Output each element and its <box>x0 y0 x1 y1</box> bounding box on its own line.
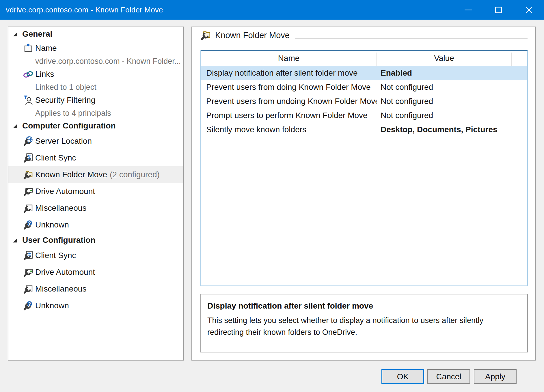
drive-automount-icon <box>23 267 33 277</box>
tree-section-label: Computer Configuration <box>22 121 116 130</box>
settings-table: Name Value Display notification after si… <box>200 50 528 286</box>
sidebar-item-sub: Linked to 1 object <box>8 81 183 93</box>
expander-icon[interactable] <box>13 124 17 128</box>
sidebar-item-label: Client Sync <box>35 251 76 260</box>
links-icon <box>23 69 33 79</box>
window-title: vdrive.corp.contoso.com - Known Folder M… <box>0 5 163 14</box>
setting-name: Prevent users from undoing Known Folder … <box>201 97 377 106</box>
sidebar-item-client-sync[interactable]: Client Sync <box>8 150 183 166</box>
sidebar-item-label: Security Filtering <box>35 96 96 105</box>
sidebar-item-client-sync[interactable]: Client Sync <box>8 247 183 264</box>
sidebar-item-label: Unknown <box>35 220 69 229</box>
sidebar-item-miscellaneous[interactable]: Miscellaneous <box>8 200 183 216</box>
setting-description-title: Display notification after silent folder… <box>207 301 519 311</box>
sidebar-item-name[interactable]: Name <box>8 41 183 55</box>
details-pane: Known Folder Move Name Value Display not… <box>191 27 536 361</box>
caption-buttons <box>453 0 544 20</box>
expander-icon[interactable] <box>13 238 17 242</box>
setting-row-display-notification-after-silent-folder-move[interactable]: Display notification after silent folder… <box>201 66 527 80</box>
pane-header: Known Folder Move <box>200 29 528 42</box>
sidebar-item-miscellaneous[interactable]: Miscellaneous <box>8 281 183 297</box>
drive-automount-icon <box>23 186 33 197</box>
sidebar-item-suffix: (2 configured) <box>110 170 160 179</box>
sidebar-item-drive-automount[interactable]: Drive Automount <box>8 183 183 200</box>
maximize-button[interactable] <box>483 0 514 20</box>
setting-name: Silently move known folders <box>201 125 377 134</box>
column-header-value[interactable]: Value <box>377 51 512 66</box>
sidebar-item-unknown[interactable]: ?Unknown <box>8 216 183 233</box>
expander-icon[interactable] <box>13 32 17 36</box>
title-bar: vdrive.corp.contoso.com - Known Folder M… <box>0 0 544 20</box>
known-folder-move-icon <box>200 30 211 41</box>
sidebar-item-label: Drive Automount <box>35 268 95 277</box>
sidebar-item-unknown[interactable]: ?Unknown <box>8 297 183 314</box>
setting-row-prevent-users-from-doing-known-folder-move[interactable]: Prevent users from doing Known Folder Mo… <box>201 80 527 94</box>
setting-row-prompt-users-to-perform-known-folder-move[interactable]: Prompt users to perform Known Folder Mov… <box>201 108 527 122</box>
sidebar-item-label: Unknown <box>35 301 69 310</box>
client-sync-icon <box>23 153 33 163</box>
setting-value: Not configured <box>377 83 433 92</box>
sidebar-item-security-filtering[interactable]: Security Filtering <box>8 93 183 107</box>
sidebar-item-label: Miscellaneous <box>35 204 86 213</box>
setting-value: Desktop, Documents, Pictures <box>377 125 498 134</box>
sidebar-item-sub: Applies to 4 principals <box>8 107 183 119</box>
setting-value: Enabled <box>377 68 412 78</box>
sidebar-item-label: Known Folder Move <box>35 170 107 179</box>
sidebar-item-drive-automount[interactable]: Drive Automount <box>8 264 183 281</box>
apply-button[interactable]: Apply <box>474 369 517 384</box>
sidebar-item-links[interactable]: Links <box>8 67 183 81</box>
close-icon <box>525 5 533 14</box>
pane-title: Known Folder Move <box>215 31 290 40</box>
tree-section-general[interactable]: General <box>8 27 183 41</box>
column-header-filler <box>512 51 527 66</box>
client-sync-icon <box>23 250 33 261</box>
sidebar-item-known-folder-move[interactable]: Known Folder Move(2 configured) <box>8 166 183 183</box>
setting-value: Not configured <box>377 111 433 120</box>
miscellaneous-icon <box>23 284 33 294</box>
sidebar-item-label: Client Sync <box>35 153 76 163</box>
tree-section-label: User Configuration <box>22 236 96 245</box>
tree-section-computer-configuration[interactable]: Computer Configuration <box>8 119 183 133</box>
tree-section-user-configuration[interactable]: User Configuration <box>8 233 183 247</box>
miscellaneous-icon <box>23 203 33 213</box>
header-rule <box>295 38 528 39</box>
maximize-icon <box>495 7 502 13</box>
sidebar-item-label: Name <box>35 44 57 53</box>
name-icon <box>23 43 33 53</box>
minimize-icon <box>465 10 472 10</box>
cancel-button[interactable]: Cancel <box>427 369 470 384</box>
svg-text:?: ? <box>28 302 31 307</box>
table-header: Name Value <box>201 51 527 66</box>
setting-description-panel: Display notification after silent folder… <box>200 294 528 352</box>
sidebar-item-sub: vdrive.corp.contoso.com - Known Folder..… <box>8 55 183 67</box>
window: vdrive.corp.contoso.com - Known Folder M… <box>0 0 544 392</box>
svg-text:?: ? <box>28 221 31 226</box>
sidebar-item-label: Server Location <box>35 137 92 146</box>
sidebar-item-label: Links <box>35 70 54 79</box>
setting-row-prevent-users-from-undoing-known-folder-move[interactable]: Prevent users from undoing Known Folder … <box>201 94 527 108</box>
server-location-icon <box>23 136 33 146</box>
close-button[interactable] <box>514 0 544 20</box>
setting-name: Display notification after silent folder… <box>201 68 377 78</box>
unknown-icon: ? <box>23 300 33 311</box>
sidebar-item-server-location[interactable]: Server Location <box>8 133 183 150</box>
unknown-icon: ? <box>23 220 33 230</box>
tree-section-label: General <box>22 29 52 39</box>
security-filtering-icon <box>23 95 33 105</box>
setting-description-body: This setting lets you select whether to … <box>207 315 519 338</box>
sidebar-item-label: Miscellaneous <box>35 284 86 294</box>
known-folder-move-icon <box>23 169 33 180</box>
setting-row-silently-move-known-folders[interactable]: Silently move known foldersDesktop, Docu… <box>201 122 527 137</box>
minimize-button <box>453 0 483 20</box>
column-header-name[interactable]: Name <box>201 51 377 66</box>
setting-name: Prevent users from doing Known Folder Mo… <box>201 83 377 92</box>
sidebar-item-label: Drive Automount <box>35 187 95 196</box>
setting-name: Prompt users to perform Known Folder Mov… <box>201 111 377 120</box>
settings-tree: GeneralNamevdrive.corp.contoso.com - Kno… <box>8 27 184 361</box>
setting-value: Not configured <box>377 97 433 106</box>
ok-button[interactable]: OK <box>381 369 424 384</box>
table-body: Display notification after silent folder… <box>201 66 527 137</box>
